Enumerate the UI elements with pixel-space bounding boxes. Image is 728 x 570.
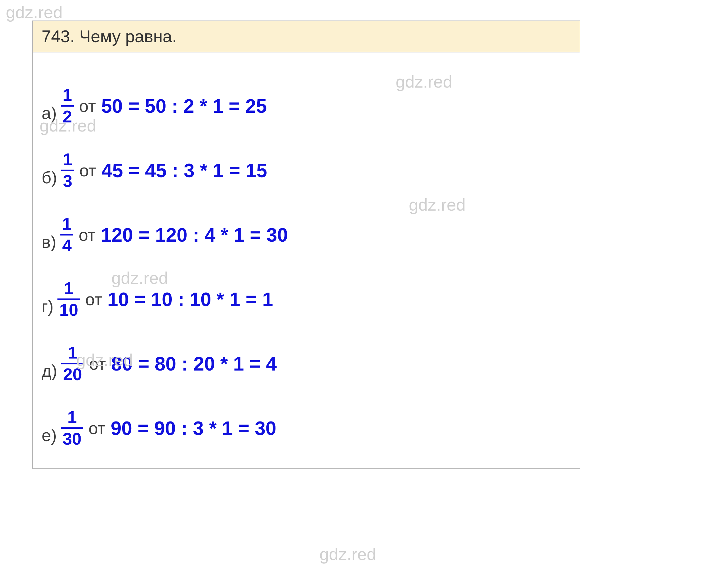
fraction-a-den: 2 [61,106,74,126]
fraction-d: 1 20 [61,344,84,383]
row-label-b: б) [42,168,57,187]
solution-row-e: е) 1 30 от 90 = 90 : 3 * 1 = 30 [42,386,571,448]
formula-a: 1 2 от 50 = 50 : 2 * 1 = 25 [59,86,267,126]
ot-text-v: от [78,225,96,245]
solution-row-b: б) 1 3 от 45 = 45 : 3 * 1 = 15 [42,128,571,190]
problem-header: 743. Чему равна. [33,21,580,52]
fraction-d-num: 1 [66,344,79,363]
ot-text-b: от [79,161,97,180]
fraction-a-num: 1 [61,86,74,105]
page: gdz.red 743. Чему равна. а) 1 2 от 50 = … [0,0,728,570]
fraction-e-num: 1 [66,408,78,428]
fraction-e: 1 30 [61,408,83,448]
solution-row-a: а) 1 2 от 50 = 50 : 2 * 1 = 25 [42,64,571,126]
ot-text-d: от [89,354,106,373]
ot-text-g: от [85,289,102,309]
expression-b: 45 = 45 : 3 * 1 = 15 [102,159,267,182]
fraction-a: 1 2 [61,86,74,126]
solution-row-d: д) 1 20 от 80 = 80 : 20 * 1 = 4 [42,322,571,383]
ot-text-e: от [88,418,106,438]
formula-v: 1 4 от 120 = 120 : 4 * 1 = 30 [58,215,288,255]
watermark-bottom: gdz.red [320,544,376,564]
row-label-a: а) [42,103,57,123]
formula-g: 1 10 от 10 = 10 : 10 * 1 = 1 [55,279,273,319]
expression-a: 50 = 50 : 2 * 1 = 25 [101,95,267,117]
formula-d: 1 20 от 80 = 80 : 20 * 1 = 4 [59,344,277,383]
fraction-b: 1 3 [61,151,74,190]
watermark-top-left: gdz.red [6,2,62,22]
ot-text-a: от [79,96,96,116]
fraction-b-den: 3 [61,171,74,190]
formula-b: 1 3 от 45 = 45 : 3 * 1 = 15 [59,151,267,190]
fraction-d-den: 20 [61,364,84,383]
expression-g: 10 = 10 : 10 * 1 = 1 [108,288,273,310]
fraction-b-num: 1 [61,151,74,170]
problem-body: а) 1 2 от 50 = 50 : 2 * 1 = 25 б) 1 [33,52,580,468]
expression-e: 90 = 90 : 3 * 1 = 30 [111,417,277,440]
fraction-v: 1 4 [60,215,73,255]
problem-title: 743. Чему равна. [42,27,177,46]
row-label-v: в) [42,232,56,252]
row-label-e: е) [42,425,57,445]
fraction-v-num: 1 [60,215,73,234]
fraction-g-den: 10 [57,300,80,319]
problem-box: 743. Чему равна. а) 1 2 от 50 = 50 : 2 *… [32,20,580,469]
fraction-e-den: 30 [61,429,83,448]
expression-v: 120 = 120 : 4 * 1 = 30 [101,224,288,246]
solution-row-g: г) 1 10 от 10 = 10 : 10 * 1 = 1 [42,257,571,319]
formula-e: 1 30 от 90 = 90 : 3 * 1 = 30 [59,408,277,448]
row-label-d: д) [42,361,57,380]
solution-row-v: в) 1 4 от 120 = 120 : 4 * 1 = 30 [42,193,571,255]
expression-d: 80 = 80 : 20 * 1 = 4 [111,353,277,375]
row-label-g: г) [42,296,53,316]
fraction-g-num: 1 [62,279,75,298]
fraction-g: 1 10 [57,279,80,319]
fraction-v-den: 4 [60,236,73,255]
